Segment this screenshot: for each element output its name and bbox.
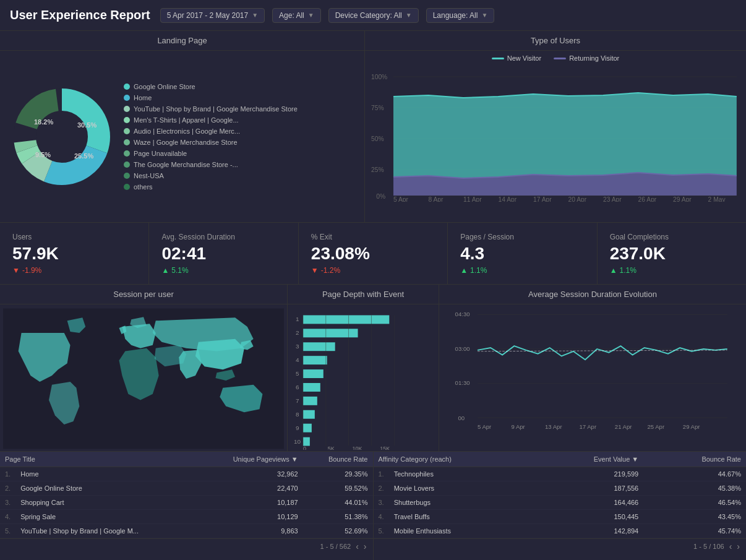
svg-text:25%: 25% (371, 166, 384, 173)
svg-rect-46 (303, 342, 335, 351)
age-label: Age: All (279, 11, 304, 20)
age-filter[interactable]: Age: All ▼ (272, 8, 321, 23)
kpi-pages-change-value: 1.1% (470, 266, 487, 275)
svg-text:5 Apr: 5 Apr (393, 196, 409, 202)
svg-text:21 Apr: 21 Apr (615, 423, 632, 430)
svg-rect-53 (303, 437, 310, 446)
header-filters: 5 Apr 2017 - 2 May 2017 ▼ Age: All ▼ Dev… (160, 8, 736, 23)
right-table-panel: Affinity Category (reach) Event Value ▼ … (374, 452, 747, 560)
legend-item: Google Online Store (124, 83, 358, 90)
row-num: 3. (374, 496, 389, 510)
legend-label-1: Google Online Store (134, 83, 195, 90)
legend-item: others (124, 183, 358, 191)
kpi-goals-value: 237.0K (610, 244, 734, 264)
right-table-prev[interactable]: ‹ (729, 541, 732, 551)
date-range-arrow: ▼ (252, 12, 258, 19)
row-num: 1. (0, 467, 15, 481)
kpi-users-change: ▼ -1.9% (12, 266, 136, 275)
row1: Landing Page (0, 31, 746, 223)
svg-text:17 Apr: 17 Apr (533, 196, 552, 202)
right-table-footer: 1 - 5 / 106 ‹ › (374, 538, 747, 554)
svg-text:9: 9 (296, 424, 299, 431)
age-arrow: ▼ (308, 12, 314, 19)
kpi-pages-change: ▲ 1.1% (460, 266, 584, 275)
svg-rect-50 (303, 397, 317, 405)
left-table-prev[interactable]: ‹ (356, 541, 359, 551)
kpi-session-change-arrow: ▲ (161, 266, 169, 275)
category-cell: Movie Lovers (389, 481, 529, 496)
left-table-col-bounce: Bounce Rate (303, 452, 373, 467)
new-visitor-legend: New Visitor (492, 54, 541, 62)
returning-visitor-line (554, 58, 566, 59)
svg-text:9 Apr: 9 Apr (511, 423, 525, 430)
svg-text:3: 3 (296, 343, 299, 350)
kpi-goals: Goal Completions 237.0K ▲ 1.1% (598, 223, 746, 284)
date-range-filter[interactable]: 5 Apr 2017 - 2 May 2017 ▼ (160, 8, 265, 23)
new-visitor-line (492, 58, 504, 59)
row-num: 4. (0, 510, 15, 524)
device-filter[interactable]: Device Category: All ▼ (328, 8, 419, 23)
left-table-next[interactable]: › (364, 541, 367, 551)
category-cell: Technophiles (389, 467, 529, 481)
landing-page-content: 18.2% 30.5% 25.5% 9.5% Google Online Sto… (0, 51, 364, 222)
type-users-title: Type of Users (365, 31, 746, 51)
kpi-exit: % Exit 23.08% ▼ -1.2% (299, 223, 448, 284)
table-row: 3. Shopping Cart 10,187 44.01% (0, 496, 373, 510)
world-map-svg (3, 308, 284, 450)
legend-label-5: Audio | Electronics | Google Merc... (134, 127, 240, 135)
legend-label-9: Nest-USA (134, 172, 164, 179)
svg-text:10: 10 (294, 438, 301, 445)
legend-item: Waze | Google Merchandise Store (124, 139, 358, 146)
row-num: 5. (0, 524, 15, 538)
legend-dot-1 (124, 84, 130, 90)
legend-dot-6 (124, 139, 130, 145)
svg-text:20 Apr: 20 Apr (568, 196, 587, 202)
new-visitor-label: New Visitor (507, 54, 541, 62)
svg-text:5K: 5K (328, 446, 335, 450)
kpi-pages-value: 4.3 (460, 244, 584, 264)
kpi-users-label: Users (12, 233, 136, 241)
kpi-goals-change-value: 1.1% (620, 266, 637, 275)
svg-text:11 Apr: 11 Apr (463, 196, 482, 202)
kpi-exit-change-value: -1.2% (321, 266, 340, 275)
kpi-session-label: Avg. Session Duration (161, 233, 285, 241)
table-row: 1. Home 32,962 29.35% (0, 467, 373, 481)
kpi-row: Users 57.9K ▼ -1.9% Avg. Session Duratio… (0, 223, 746, 285)
right-table-next[interactable]: › (737, 541, 740, 551)
right-table: Affinity Category (reach) Event Value ▼ … (374, 452, 747, 538)
donut-chart: 18.2% 30.5% 25.5% 9.5% (6, 69, 118, 205)
pageviews-cell: 9,863 (197, 524, 303, 538)
svg-text:7: 7 (296, 397, 299, 404)
kpi-users: Users 57.9K ▼ -1.9% (0, 223, 149, 284)
bounce-cell: 44.67% (643, 467, 746, 481)
row-num: 4. (374, 510, 389, 524)
right-table-col-bounce: Bounce Rate (643, 452, 746, 467)
kpi-goals-change: ▲ 1.1% (610, 266, 734, 275)
left-table-col-title: Page Title (0, 452, 197, 467)
language-filter[interactable]: Language: All ▼ (426, 8, 495, 23)
svg-text:04:30: 04:30 (455, 311, 470, 317)
legend-label-10: others (134, 183, 153, 191)
legend-dot-4 (124, 117, 130, 123)
pageviews-cell: 22,470 (197, 481, 303, 496)
svg-text:8 Apr: 8 Apr (428, 196, 444, 202)
avg-session-panel: Average Session Duration Evolution 04:30… (439, 285, 746, 451)
bounce-cell: 44.01% (303, 496, 373, 510)
legend-item: Page Unavailable (124, 150, 358, 157)
right-table-col-event[interactable]: Event Value ▼ (529, 452, 643, 467)
svg-text:0: 0 (303, 446, 306, 450)
kpi-users-value: 57.9K (12, 244, 136, 264)
kpi-session-change-value: 5.1% (171, 266, 188, 275)
table-row: 2. Google Online Store 22,470 59.52% (0, 481, 373, 496)
row4: Page Title Unique Pageviews ▼ Bounce Rat… (0, 452, 746, 560)
row-num: 2. (0, 481, 15, 496)
svg-text:2: 2 (296, 329, 299, 336)
kpi-exit-change-arrow: ▼ (311, 266, 319, 275)
legend-dot-3 (124, 106, 130, 112)
pageviews-cell: 10,129 (197, 510, 303, 524)
left-table-col-pageviews[interactable]: Unique Pageviews ▼ (197, 452, 303, 467)
bounce-cell: 29.35% (303, 467, 373, 481)
left-table: Page Title Unique Pageviews ▼ Bounce Rat… (0, 452, 373, 538)
kpi-exit-value: 23.08% (311, 244, 435, 264)
table-row: 3. Shutterbugs 164,466 46.54% (374, 496, 747, 510)
